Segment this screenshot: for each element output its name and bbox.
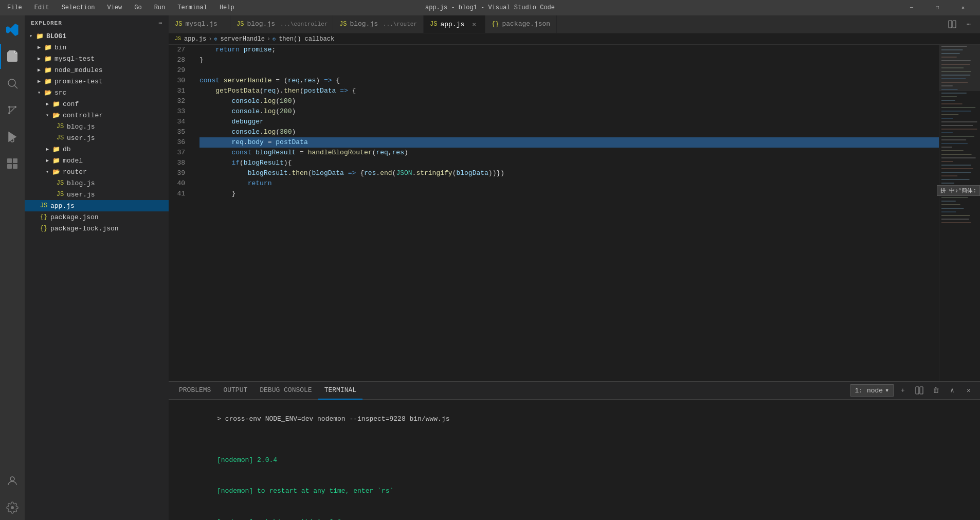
tab-blog-router[interactable]: JS blog.js ...\router xyxy=(333,15,424,33)
user-router-label: user.js xyxy=(67,191,95,199)
tree-item-app-js[interactable]: JS app.js xyxy=(25,200,169,211)
mysql-test-arrow-icon: ▶ xyxy=(35,56,43,62)
terminal-selector[interactable]: 1: node ▾ xyxy=(850,384,894,397)
tab-blog-ctrl-icon: JS xyxy=(237,21,244,28)
code-line-28: } xyxy=(199,55,939,65)
maximize-panel-button[interactable]: ∧ xyxy=(945,383,959,398)
terminal-prompt-symbol: > xyxy=(217,415,225,423)
source-control-activity-icon[interactable] xyxy=(0,98,25,122)
split-terminal-button[interactable] xyxy=(912,383,927,398)
tab-output[interactable]: OUTPUT xyxy=(217,382,253,400)
tree-item-blog-controller[interactable]: JS blog.js xyxy=(25,121,169,132)
close-panel-button[interactable]: ✕ xyxy=(961,383,976,398)
breadcrumb-then-callback[interactable]: then() callback xyxy=(279,35,334,43)
kill-terminal-button[interactable]: 🗑 xyxy=(929,383,943,398)
tab-debug-console[interactable]: DEBUG CONSOLE xyxy=(253,382,318,400)
tab-pkg-json-icon: {} xyxy=(492,21,499,28)
tab-blog-router-icon: JS xyxy=(339,21,347,28)
search-activity-icon[interactable] xyxy=(0,71,25,96)
menu-terminal[interactable]: Terminal xyxy=(175,3,209,12)
maximize-button[interactable]: □ xyxy=(925,0,949,15)
sidebar-header-actions[interactable]: ⋯ xyxy=(158,20,162,26)
menu-go[interactable]: Go xyxy=(132,3,143,12)
src-folder-icon: 📂 xyxy=(43,89,52,97)
file-tree[interactable]: ▾ 📁 BLOG1 ▶ 📁 bin ▶ 📁 mysql-test ▶ xyxy=(25,30,169,520)
breadcrumb-server-handle[interactable]: serverHandle xyxy=(220,35,264,43)
tab-app-js-close-button[interactable]: ✕ xyxy=(469,20,479,29)
menu-run[interactable]: Run xyxy=(152,3,168,12)
tree-item-promise-test[interactable]: ▶ 📁 promise-test xyxy=(25,76,169,87)
tab-blog-controller[interactable]: JS blog.js ...\controller xyxy=(230,15,333,33)
menu-edit[interactable]: Edit xyxy=(32,3,51,12)
menu-help[interactable]: Help xyxy=(217,3,237,12)
tab-package-json[interactable]: {} package.json xyxy=(485,15,557,33)
menu-bar[interactable]: File Edit Selection View Go Run Terminal… xyxy=(5,3,237,12)
tree-root[interactable]: ▾ 📁 BLOG1 xyxy=(25,30,169,42)
minimize-button[interactable]: ─ xyxy=(900,0,923,15)
tree-item-user-controller[interactable]: JS user.js xyxy=(25,132,169,144)
tree-item-db[interactable]: ▶ 📁 db xyxy=(25,144,169,155)
tree-item-blog-router[interactable]: JS blog.js xyxy=(25,177,169,189)
tab-mysql-js[interactable]: JS mysql.js xyxy=(169,15,230,33)
split-editor-button[interactable] xyxy=(945,17,959,31)
tree-item-model[interactable]: ▶ 📁 model xyxy=(25,155,169,166)
terminal-content[interactable]: > cross-env NODE_ENV=dev nodemon --inspe… xyxy=(169,400,980,520)
new-file-icon[interactable]: ⋯ xyxy=(158,20,162,26)
svg-rect-8 xyxy=(13,158,17,163)
new-terminal-button[interactable]: + xyxy=(896,383,910,398)
root-label: BLOG1 xyxy=(46,32,66,40)
explorer-activity-icon[interactable] xyxy=(0,44,25,69)
settings-activity-icon[interactable] xyxy=(0,495,25,520)
tab-terminal[interactable]: TERMINAL xyxy=(318,382,362,400)
tab-app-js[interactable]: JS app.js ✕ xyxy=(424,15,485,33)
tree-item-controller[interactable]: ▾ 📂 controller xyxy=(25,110,169,121)
menu-file[interactable]: File xyxy=(5,3,24,12)
svg-rect-15 xyxy=(920,387,923,394)
tree-item-src[interactable]: ▾ 📂 src xyxy=(25,87,169,98)
window-controls[interactable]: ─ □ ✕ xyxy=(900,0,975,15)
controller-arrow-icon: ▾ xyxy=(43,112,51,118)
code-line-36: 💡 req.body = postData xyxy=(199,137,939,148)
model-arrow-icon: ▶ xyxy=(43,157,51,164)
svg-rect-9 xyxy=(7,164,12,169)
code-content[interactable]: return promise; } const serverHandle = (… xyxy=(195,45,939,381)
extensions-activity-icon[interactable] xyxy=(0,151,25,176)
line-num-41: 41 xyxy=(169,189,189,199)
tab-problems[interactable]: PROBLEMS xyxy=(173,382,217,400)
tree-item-node-modules[interactable]: ▶ 📁 node_modules xyxy=(25,64,169,76)
tree-item-router[interactable]: ▾ 📂 router xyxy=(25,166,169,177)
breadcrumb-app-js[interactable]: app.js xyxy=(184,35,206,43)
line-num-33: 33 xyxy=(169,106,189,117)
code-editor[interactable]: 27 28 29 30 31 32 33 34 35 36 37 38 39 4… xyxy=(169,45,980,381)
sidebar: EXPLORER ⋯ ▾ 📁 BLOG1 ▶ 📁 bin xyxy=(25,15,169,520)
close-button[interactable]: ✕ xyxy=(951,0,975,15)
bin-label: bin xyxy=(55,44,66,51)
tabs-actions: ⋯ xyxy=(945,15,980,33)
menu-selection[interactable]: Selection xyxy=(60,3,97,12)
minimap[interactable] xyxy=(939,45,980,381)
code-line-39: blogResult.then(blogData => {res.end(JSO… xyxy=(199,168,939,178)
lightbulb-icon[interactable]: 💡 xyxy=(195,137,196,148)
tree-item-mysql-test[interactable]: ▶ 📁 mysql-test xyxy=(25,53,169,64)
tree-item-package-json[interactable]: {} package.json xyxy=(25,211,169,223)
nodemon-version-text: [nodemon] 2.0.4 xyxy=(217,456,277,464)
run-debug-activity-icon[interactable] xyxy=(0,124,25,149)
tree-item-conf[interactable]: ▶ 📁 conf xyxy=(25,98,169,110)
tab-mysql-js-label: mysql.js xyxy=(185,20,217,28)
tree-item-user-router[interactable]: JS user.js xyxy=(25,189,169,200)
tabs-bar: JS mysql.js JS blog.js ...\controller JS… xyxy=(169,15,980,33)
more-tabs-button[interactable]: ⋯ xyxy=(961,17,976,31)
sidebar-header: EXPLORER ⋯ xyxy=(25,15,169,30)
terminal-command: cross-env NODE_ENV=dev nodemon --inspect… xyxy=(225,415,450,423)
tree-item-package-lock-json[interactable]: {} package-lock.json xyxy=(25,223,169,234)
pkg-lock-label: package-lock.json xyxy=(50,225,119,232)
breadcrumb: JS app.js › ⊕ serverHandle › ⊕ then() ca… xyxy=(169,33,980,45)
menu-view[interactable]: View xyxy=(105,3,124,12)
tab-blog-ctrl-subtitle: ...\controller xyxy=(280,21,328,27)
line-num-34: 34 xyxy=(169,117,189,127)
node-modules-folder-icon: 📁 xyxy=(43,66,52,74)
account-activity-icon[interactable] xyxy=(0,469,25,493)
tab-blog-router-label: blog.js xyxy=(350,20,378,28)
tree-item-bin[interactable]: ▶ 📁 bin xyxy=(25,42,169,53)
pkg-lock-file-icon: {} xyxy=(39,225,48,232)
